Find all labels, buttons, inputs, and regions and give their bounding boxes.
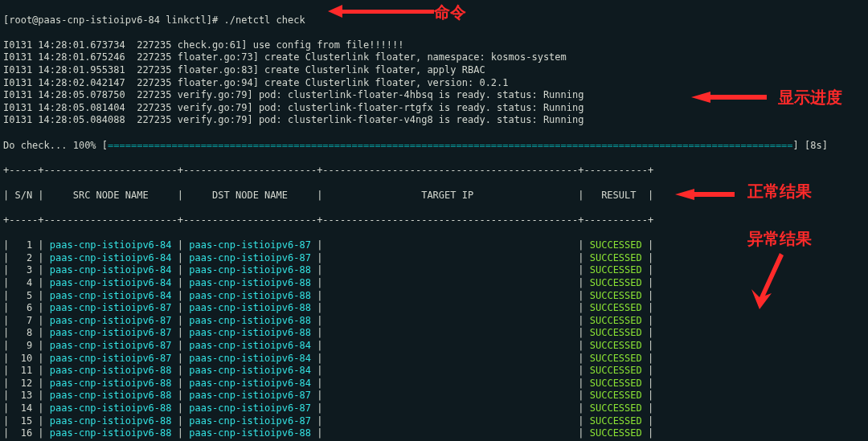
log-line: I0131 14:28:01.673734 227235 check.go:61… — [3, 39, 865, 52]
table-row: | 7 | paas-cnp-istioipv6-87 | paas-cnp-i… — [3, 315, 865, 328]
terminal-output[interactable]: [root@paas-cnp-istioipv6-84 linkctl]# ./… — [0, 0, 868, 441]
table-row: | 9 | paas-cnp-istioipv6-87 | paas-cnp-i… — [3, 340, 865, 353]
log-line: I0131 14:28:05.078750 227235 verify.go:7… — [3, 89, 865, 102]
table-row: | 2 | paas-cnp-istioipv6-84 | paas-cnp-i… — [3, 252, 865, 265]
table-row: | 13 | paas-cnp-istioipv6-88 | paas-cnp-… — [3, 390, 865, 402]
arrow-icon — [338, 10, 434, 14]
table-row: | 14 | paas-cnp-istioipv6-88 | paas-cnp-… — [3, 402, 865, 415]
table-header: | S/N | SRC NODE NAME | DST NODE NAME | … — [3, 190, 865, 202]
log-line: I0131 14:28:01.955381 227235 floater.go:… — [3, 64, 865, 77]
table-row: | 15 | paas-cnp-istioipv6-88 | paas-cnp-… — [3, 415, 865, 428]
log-line: I0131 14:28:02.042147 227235 floater.go:… — [3, 77, 865, 90]
table-sep: +-----+-----------------------+---------… — [3, 165, 865, 178]
table-row: | 4 | paas-cnp-istioipv6-84 | paas-cnp-i… — [3, 277, 865, 290]
table-row: | 8 | paas-cnp-istioipv6-87 | paas-cnp-i… — [3, 327, 865, 340]
prompt-line: [root@paas-cnp-istioipv6-84 linkctl]# ./… — [3, 14, 865, 27]
table-sep: +-----+-----------------------+---------… — [3, 214, 865, 227]
table-row: | 3 | paas-cnp-istioipv6-84 | paas-cnp-i… — [3, 264, 865, 277]
log-line: I0131 14:28:05.084088 227235 verify.go:7… — [3, 114, 865, 127]
table-row: | 16 | paas-cnp-istioipv6-88 | paas-cnp-… — [3, 427, 865, 440]
table-row: | 1 | paas-cnp-istioipv6-84 | paas-cnp-i… — [3, 239, 865, 252]
table-row: | 6 | paas-cnp-istioipv6-87 | paas-cnp-i… — [3, 302, 865, 315]
table-row: | 11 | paas-cnp-istioipv6-88 | paas-cnp-… — [3, 365, 865, 378]
log-line: I0131 14:28:05.081404 227235 verify.go:7… — [3, 102, 865, 115]
progress-line: Do check... 100% [======================… — [3, 140, 865, 153]
table-row: | 10 | paas-cnp-istioipv6-87 | paas-cnp-… — [3, 353, 865, 365]
table-row: | 5 | paas-cnp-istioipv6-84 | paas-cnp-i… — [3, 290, 865, 303]
log-line: I0131 14:28:01.675246 227235 floater.go:… — [3, 51, 865, 64]
table-row: | 12 | paas-cnp-istioipv6-88 | paas-cnp-… — [3, 378, 865, 390]
arrow-icon — [328, 5, 342, 18]
